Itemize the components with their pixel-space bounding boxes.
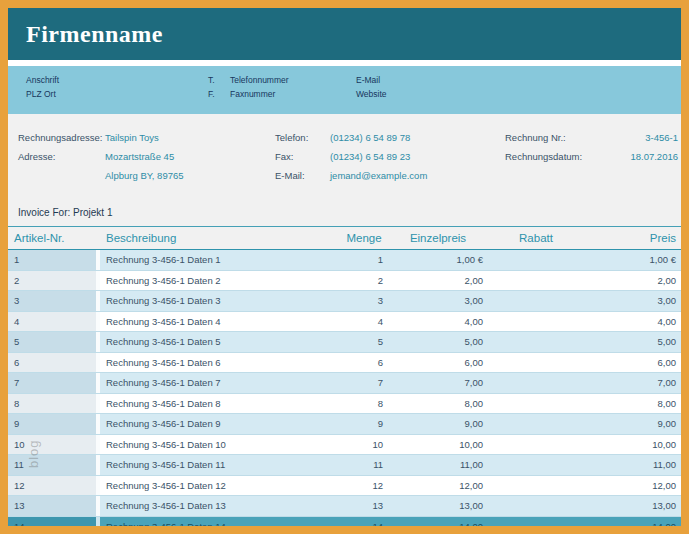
cell-artikel-nr[interactable]: 1: [8, 250, 96, 270]
cell-menge[interactable]: 13: [340, 496, 388, 516]
cell-einzelpreis[interactable]: 8,00: [388, 394, 488, 414]
cell-rabatt[interactable]: [488, 353, 584, 373]
cell-artikel-nr[interactable]: 14: [8, 517, 96, 527]
cell-artikel-nr[interactable]: 7: [8, 373, 96, 393]
cell-menge[interactable]: 14: [340, 517, 388, 527]
cell-einzelpreis[interactable]: 12,00: [388, 476, 488, 496]
cell-einzelpreis[interactable]: 6,00: [388, 353, 488, 373]
cell-einzelpreis[interactable]: 2,00: [388, 271, 488, 291]
cell-rabatt[interactable]: [488, 312, 584, 332]
cell-menge[interactable]: 6: [340, 353, 388, 373]
cell-einzelpreis[interactable]: 13,00: [388, 496, 488, 516]
cell-rabatt[interactable]: [488, 394, 584, 414]
cell-menge[interactable]: 2: [340, 271, 388, 291]
cell-rabatt[interactable]: [488, 496, 584, 516]
cell-preis[interactable]: 1,00 €: [584, 250, 681, 270]
cell-preis[interactable]: 14,00: [584, 517, 681, 527]
cell-preis[interactable]: 9,00: [584, 414, 681, 434]
table-row[interactable]: 12Rechnung 3-456-1 Daten 121212,0012,00: [8, 476, 681, 497]
table-row[interactable]: 13Rechnung 3-456-1 Daten 131313,0013,00: [8, 496, 681, 517]
cell-beschreibung[interactable]: Rechnung 3-456-1 Daten 7: [100, 373, 340, 393]
cell-preis[interactable]: 6,00: [584, 353, 681, 373]
cell-rabatt[interactable]: [488, 373, 584, 393]
cell-menge[interactable]: 12: [340, 476, 388, 496]
cell-rabatt[interactable]: [488, 435, 584, 455]
cell-preis[interactable]: 8,00: [584, 394, 681, 414]
cell-menge[interactable]: 5: [340, 332, 388, 352]
cell-einzelpreis[interactable]: 1,00 €: [388, 250, 488, 270]
cell-preis[interactable]: 7,00: [584, 373, 681, 393]
cell-beschreibung[interactable]: Rechnung 3-456-1 Daten 3: [100, 291, 340, 311]
email-link[interactable]: jemand@example.com: [330, 170, 427, 181]
cell-menge[interactable]: 3: [340, 291, 388, 311]
cell-einzelpreis[interactable]: 4,00: [388, 312, 488, 332]
table-row[interactable]: 3Rechnung 3-456-1 Daten 333,003,00: [8, 291, 681, 312]
cell-beschreibung[interactable]: Rechnung 3-456-1 Daten 2: [100, 271, 340, 291]
cell-artikel-nr[interactable]: 4: [8, 312, 96, 332]
table-row[interactable]: 7Rechnung 3-456-1 Daten 777,007,00: [8, 373, 681, 394]
cell-beschreibung[interactable]: Rechnung 3-456-1 Daten 13: [100, 496, 340, 516]
table-row[interactable]: 14Rechnung 3-456-1 Daten 141414,0014,00: [8, 517, 681, 527]
cell-artikel-nr[interactable]: 3: [8, 291, 96, 311]
cell-rabatt[interactable]: [488, 291, 584, 311]
cell-preis[interactable]: 10,00: [584, 435, 681, 455]
table-row[interactable]: 5Rechnung 3-456-1 Daten 555,005,00: [8, 332, 681, 353]
table-row[interactable]: 4Rechnung 3-456-1 Daten 444,004,00: [8, 312, 681, 333]
cell-rabatt[interactable]: [488, 332, 584, 352]
cell-beschreibung[interactable]: Rechnung 3-456-1 Daten 6: [100, 353, 340, 373]
cell-artikel-nr[interactable]: 2: [8, 271, 96, 291]
cell-beschreibung[interactable]: Rechnung 3-456-1 Daten 14: [100, 517, 340, 527]
cell-einzelpreis[interactable]: 7,00: [388, 373, 488, 393]
cell-menge[interactable]: 11: [340, 455, 388, 475]
cell-rabatt[interactable]: [488, 476, 584, 496]
cell-rabatt[interactable]: [488, 271, 584, 291]
invoice-for-label: Invoice For: Projekt 1: [18, 207, 112, 218]
table-row[interactable]: 2Rechnung 3-456-1 Daten 222,002,00: [8, 271, 681, 292]
table-row[interactable]: 10Rechnung 3-456-1 Daten 101010,0010,00: [8, 435, 681, 456]
cell-rabatt[interactable]: [488, 250, 584, 270]
cell-preis[interactable]: 5,00: [584, 332, 681, 352]
table-row[interactable]: 8Rechnung 3-456-1 Daten 888,008,00: [8, 394, 681, 415]
cell-rabatt[interactable]: [488, 517, 584, 527]
cell-preis[interactable]: 2,00: [584, 271, 681, 291]
table-row[interactable]: 11Rechnung 3-456-1 Daten 111111,0011,00: [8, 455, 681, 476]
cell-einzelpreis[interactable]: 5,00: [388, 332, 488, 352]
cell-einzelpreis[interactable]: 14,00: [388, 517, 488, 527]
cell-menge[interactable]: 8: [340, 394, 388, 414]
cell-artikel-nr[interactable]: 8: [8, 394, 96, 414]
cell-beschreibung[interactable]: Rechnung 3-456-1 Daten 1: [100, 250, 340, 270]
table-row[interactable]: 9Rechnung 3-456-1 Daten 999,009,00: [8, 414, 681, 435]
cell-rabatt[interactable]: [488, 414, 584, 434]
table-row[interactable]: 6Rechnung 3-456-1 Daten 666,006,00: [8, 353, 681, 374]
cell-menge[interactable]: 10: [340, 435, 388, 455]
cell-preis[interactable]: 13,00: [584, 496, 681, 516]
cell-einzelpreis[interactable]: 3,00: [388, 291, 488, 311]
cell-artikel-nr[interactable]: 9: [8, 414, 96, 434]
cell-beschreibung[interactable]: Rechnung 3-456-1 Daten 4: [100, 312, 340, 332]
cell-beschreibung[interactable]: Rechnung 3-456-1 Daten 10: [100, 435, 340, 455]
cell-artikel-nr[interactable]: 6: [8, 353, 96, 373]
cell-beschreibung[interactable]: Rechnung 3-456-1 Daten 12: [100, 476, 340, 496]
cell-einzelpreis[interactable]: 11,00: [388, 455, 488, 475]
cell-menge[interactable]: 4: [340, 312, 388, 332]
cell-preis[interactable]: 4,00: [584, 312, 681, 332]
cell-beschreibung[interactable]: Rechnung 3-456-1 Daten 8: [100, 394, 340, 414]
cell-rabatt[interactable]: [488, 455, 584, 475]
cell-artikel-nr[interactable]: 12: [8, 476, 96, 496]
cell-einzelpreis[interactable]: 10,00: [388, 435, 488, 455]
cell-artikel-nr[interactable]: 13: [8, 496, 96, 516]
cell-artikel-nr[interactable]: 10: [8, 435, 96, 455]
cell-beschreibung[interactable]: Rechnung 3-456-1 Daten 5: [100, 332, 340, 352]
cell-menge[interactable]: 7: [340, 373, 388, 393]
cell-artikel-nr[interactable]: 11: [8, 455, 96, 475]
cell-einzelpreis[interactable]: 9,00: [388, 414, 488, 434]
cell-menge[interactable]: 1: [340, 250, 388, 270]
cell-preis[interactable]: 3,00: [584, 291, 681, 311]
cell-artikel-nr[interactable]: 5: [8, 332, 96, 352]
cell-menge[interactable]: 9: [340, 414, 388, 434]
cell-beschreibung[interactable]: Rechnung 3-456-1 Daten 9: [100, 414, 340, 434]
cell-beschreibung[interactable]: Rechnung 3-456-1 Daten 11: [100, 455, 340, 475]
cell-preis[interactable]: 11,00: [584, 455, 681, 475]
cell-preis[interactable]: 12,00: [584, 476, 681, 496]
table-row[interactable]: 1Rechnung 3-456-1 Daten 111,00 €1,00 €: [8, 250, 681, 271]
